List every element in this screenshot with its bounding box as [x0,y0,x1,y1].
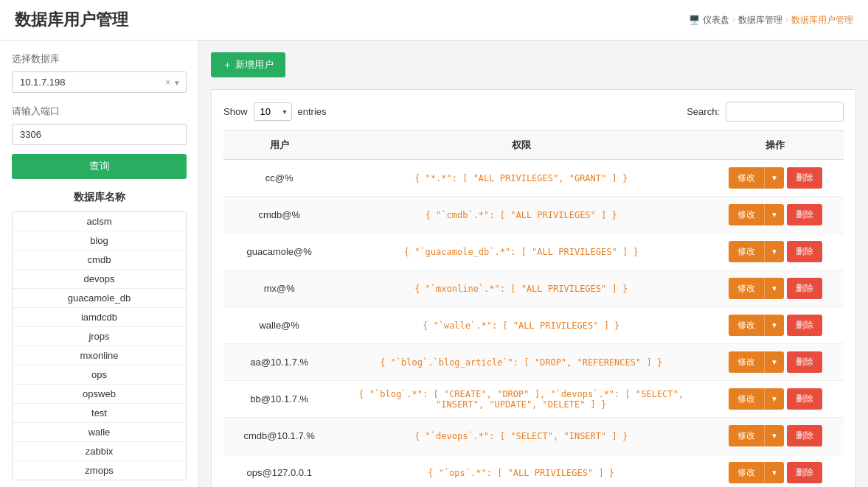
modify-button[interactable]: 修改 [729,167,764,189]
table-row: ops@127.0.0.1{ "`ops`.*": [ "ALL PRIVILE… [223,455,844,488]
breadcrumb-db-manage[interactable]: 数据库管理 [738,14,782,27]
action-cell: 修改▼删除 [707,270,844,307]
modify-button[interactable]: 修改 [729,278,764,299]
db-list-item[interactable]: zmops [13,461,186,480]
db-select-label: 选择数据库 [12,52,187,66]
modify-dropdown-button[interactable]: ▼ [764,462,784,483]
db-name-section-title: 数据库名称 [12,191,187,204]
db-list-item[interactable]: walle [13,423,186,442]
delete-button[interactable]: 删除 [787,351,822,373]
db-list-item[interactable]: cmdb [13,250,186,270]
modify-action-group: 修改▼ [729,315,784,336]
db-list-item[interactable]: guacamole_db [13,289,186,308]
db-select-wrapper: 10.1.7.198 × ▼ [12,71,187,93]
delete-button[interactable]: 删除 [787,278,822,299]
show-label: Show [223,106,248,117]
db-select[interactable]: 10.1.7.198 [12,71,187,93]
modify-button[interactable]: 修改 [729,315,764,336]
delete-button[interactable]: 删除 [787,462,822,483]
db-list-item[interactable]: ops [13,365,186,385]
action-cell: 修改▼删除 [707,381,844,418]
db-list-item[interactable]: opsweb [13,385,186,404]
show-entries: Show 10 25 50 100 entries [223,102,327,121]
add-user-button[interactable]: ＋ 新增用户 [211,52,285,77]
delete-button[interactable]: 删除 [787,388,822,410]
modify-dropdown-button[interactable]: ▼ [764,351,784,373]
action-cell: 修改▼删除 [707,234,844,270]
db-list-item[interactable]: iamdcdb [13,308,186,327]
modify-action-group: 修改▼ [729,425,784,446]
modify-button[interactable]: 修改 [729,462,764,483]
user-cell: cc@% [223,160,335,197]
delete-button[interactable]: 删除 [787,425,822,446]
col-user: 用户 [223,131,335,160]
modify-button[interactable]: 修改 [729,204,764,225]
page-header: 数据库用户管理 🖥️ 仪表盘 › 数据库管理 › 数据库用户管理 [0,0,868,41]
table-controls: Show 10 25 50 100 entries Search: [223,102,844,122]
modify-action-group: 修改▼ [729,388,784,410]
permissions-cell: { "`ops`.*": [ "ALL PRIVILEGES" ] } [335,455,707,488]
table-row: bb@10.1.7.%{ "`blog`.*": [ "CREATE", "DR… [223,381,844,418]
port-input[interactable] [12,124,187,145]
page-title: 数据库用户管理 [15,9,128,31]
permissions-cell: { "`cmdb`.*": [ "ALL PRIVILEGES" ] } [335,197,707,234]
permissions-cell: { "`blog`.*": [ "CREATE", "DROP" ], "`de… [335,381,707,418]
user-cell: aa@10.1.7.% [223,344,335,381]
modify-button[interactable]: 修改 [729,351,764,373]
breadcrumb-db-user: 数据库用户管理 [791,14,853,27]
modify-dropdown-button[interactable]: ▼ [764,167,784,189]
user-cell: bb@10.1.7.% [223,381,335,418]
col-actions: 操作 [707,131,844,160]
entries-select[interactable]: 10 25 50 100 [254,102,292,121]
db-list-item[interactable]: mxonline [13,346,186,365]
delete-button[interactable]: 删除 [787,241,822,262]
modify-action-group: 修改▼ [729,278,784,299]
delete-button[interactable]: 删除 [787,167,822,189]
db-list-item[interactable]: test [13,404,186,423]
table-row: guacamole@%{ "`guacamole_db`.*": [ "ALL … [223,234,844,270]
db-list-item[interactable]: jrops [13,327,186,346]
db-list: aclsmblogcmdbdevopsguacamole_dbiamdcdbjr… [12,211,187,480]
modify-dropdown-button[interactable]: ▼ [764,278,784,299]
search-input[interactable] [726,102,844,122]
table-row: mx@%{ "`mxonline`.*": [ "ALL PRIVILEGES"… [223,270,844,307]
permissions-cell: { "`blog`.`blog_article`": [ "DROP", "RE… [335,344,707,381]
db-list-item[interactable]: aclsm [13,212,186,231]
modify-button[interactable]: 修改 [729,425,764,446]
modify-button[interactable]: 修改 [729,241,764,262]
main-content: ＋ 新增用户 Show 10 25 50 100 entries [199,41,868,487]
db-select-clear-icon[interactable]: × [165,77,170,88]
modify-dropdown-button[interactable]: ▼ [764,425,784,446]
action-cell: 修改▼删除 [707,307,844,344]
port-label: 请输入端口 [12,105,187,118]
db-list-item[interactable]: zabbix [13,442,186,461]
modify-dropdown-button[interactable]: ▼ [764,315,784,336]
query-button[interactable]: 查询 [12,154,187,179]
table-card: Show 10 25 50 100 entries Search: [211,89,856,487]
entries-label: entries [298,106,327,117]
modify-button[interactable]: 修改 [729,388,764,410]
permissions-cell: { "`mxonline`.*": [ "ALL PRIVILEGES" ] } [335,270,707,307]
db-list-item[interactable]: blog [13,231,186,250]
breadcrumb-dashboard[interactable]: 仪表盘 [703,14,729,27]
delete-button[interactable]: 删除 [787,204,822,225]
entries-select-wrapper: 10 25 50 100 [254,102,292,121]
action-cell: 修改▼删除 [707,160,844,197]
modify-dropdown-button[interactable]: ▼ [764,204,784,225]
action-cell: 修改▼删除 [707,197,844,234]
table-row: cmdb@%{ "`cmdb`.*": [ "ALL PRIVILEGES" ]… [223,197,844,234]
sidebar: 选择数据库 10.1.7.198 × ▼ 请输入端口 查询 数据库名称 acls… [0,41,199,487]
modify-dropdown-button[interactable]: ▼ [764,388,784,410]
col-permissions: 权限 [335,131,707,160]
db-list-item[interactable]: devops [13,270,186,289]
modify-action-group: 修改▼ [729,241,784,262]
modify-action-group: 修改▼ [729,462,784,483]
users-table: 用户 权限 操作 cc@%{ "*.*": [ "ALL PRIVILEGES"… [223,130,844,487]
table-row: cc@%{ "*.*": [ "ALL PRIVILEGES", "GRANT"… [223,160,844,197]
breadcrumb: 🖥️ 仪表盘 › 数据库管理 › 数据库用户管理 [689,14,853,27]
modify-dropdown-button[interactable]: ▼ [764,241,784,262]
action-cell: 修改▼删除 [707,455,844,488]
delete-button[interactable]: 删除 [787,315,822,336]
search-box: Search: [687,102,844,122]
search-label: Search: [687,106,720,117]
